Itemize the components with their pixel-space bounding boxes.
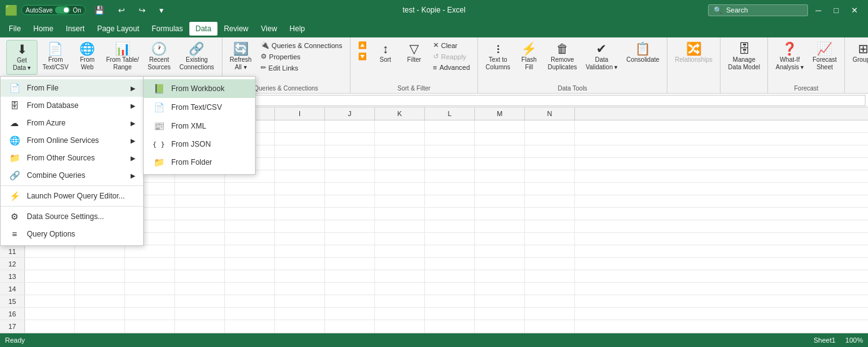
spreadsheet-cell[interactable] [225, 245, 275, 258]
spreadsheet-cell[interactable] [475, 258, 525, 270]
menu-item-from-file[interactable]: 📄 From File ▶ [1, 79, 143, 97]
spreadsheet-cell[interactable] [175, 295, 225, 308]
spreadsheet-cell[interactable] [275, 220, 325, 233]
from-web-button[interactable]: 🌐 FromWeb [74, 40, 101, 74]
spreadsheet-cell[interactable] [525, 233, 575, 245]
spreadsheet-cell[interactable] [375, 233, 425, 245]
spreadsheet-cell[interactable] [375, 195, 425, 208]
spreadsheet-cell[interactable] [125, 320, 175, 333]
spreadsheet-cell[interactable] [375, 133, 425, 145]
spreadsheet-cell[interactable] [475, 220, 525, 233]
from-text-csv-button[interactable]: 📄 FromText/CSV [39, 40, 72, 74]
spreadsheet-cell[interactable] [275, 233, 325, 245]
spreadsheet-cell[interactable] [475, 208, 525, 220]
spreadsheet-cell[interactable] [325, 208, 375, 220]
spreadsheet-cell[interactable] [375, 145, 425, 158]
spreadsheet-cell[interactable] [475, 133, 525, 145]
submenu-item-from-workbook[interactable]: 📗 From Workbook [144, 79, 255, 98]
col-header-m[interactable]: M [475, 107, 525, 120]
spreadsheet-cell[interactable] [225, 208, 275, 220]
spreadsheet-cell[interactable] [525, 308, 575, 320]
reapply-button[interactable]: ↺ Reapply [429, 51, 474, 62]
col-header-n[interactable]: N [525, 107, 575, 120]
spreadsheet-cell[interactable] [225, 195, 275, 208]
spreadsheet-cell[interactable] [525, 170, 575, 183]
spreadsheet-cell[interactable] [275, 195, 325, 208]
customize-quick-access[interactable]: ▾ [154, 6, 169, 15]
spreadsheet-cell[interactable] [475, 245, 525, 258]
remove-duplicates-button[interactable]: 🗑 RemoveDuplicates [544, 40, 581, 74]
submenu-item-from-json[interactable]: { } From JSON [144, 135, 255, 153]
spreadsheet-cell[interactable] [375, 208, 425, 220]
autosave-toggle[interactable] [55, 6, 70, 14]
spreadsheet-cell[interactable] [525, 158, 575, 170]
flash-fill-button[interactable]: ⚡ FlashFill [516, 40, 543, 74]
menu-view[interactable]: View [255, 22, 284, 36]
spreadsheet-cell[interactable] [25, 308, 75, 320]
menu-review[interactable]: Review [217, 22, 254, 36]
spreadsheet-cell[interactable] [325, 120, 375, 133]
spreadsheet-cell[interactable] [425, 220, 475, 233]
spreadsheet-cell[interactable] [475, 183, 525, 195]
spreadsheet-cell[interactable] [325, 245, 375, 258]
menu-item-combine-queries[interactable]: 🔗 Combine Queries ▶ [1, 167, 143, 184]
sort-button[interactable]: ↕ Sort [372, 40, 399, 66]
menu-item-from-other-sources[interactable]: 📁 From Other Sources ▶ [1, 149, 143, 167]
spreadsheet-cell[interactable] [425, 320, 475, 333]
spreadsheet-cell[interactable] [525, 270, 575, 283]
submenu-item-from-text-csv[interactable]: 📄 From Text/CSV [144, 98, 255, 117]
spreadsheet-cell[interactable] [475, 120, 525, 133]
spreadsheet-cell[interactable] [325, 183, 375, 195]
spreadsheet-cell[interactable] [375, 258, 425, 270]
spreadsheet-cell[interactable] [75, 320, 125, 333]
menu-data[interactable]: Data [189, 22, 217, 36]
spreadsheet-cell[interactable] [325, 220, 375, 233]
spreadsheet-cell[interactable] [525, 195, 575, 208]
edit-links-button[interactable]: ✏ Edit Links [257, 62, 346, 73]
spreadsheet-cell[interactable] [325, 145, 375, 158]
spreadsheet-cell[interactable] [225, 308, 275, 320]
spreadsheet-cell[interactable] [375, 308, 425, 320]
spreadsheet-cell[interactable] [175, 308, 225, 320]
spreadsheet-cell[interactable] [375, 283, 425, 295]
spreadsheet-cell[interactable] [425, 183, 475, 195]
recent-sources-button[interactable]: 🕐 RecentSources [144, 40, 174, 74]
spreadsheet-cell[interactable] [475, 283, 525, 295]
menu-home[interactable]: Home [27, 22, 59, 36]
spreadsheet-cell[interactable] [175, 195, 225, 208]
menu-item-launch-power-query[interactable]: ⚡ Launch Power Query Editor... [1, 187, 143, 205]
spreadsheet-cell[interactable] [425, 120, 475, 133]
spreadsheet-cell[interactable] [325, 195, 375, 208]
spreadsheet-cell[interactable] [75, 295, 125, 308]
autosave-badge[interactable]: AutoSave On [21, 5, 86, 15]
spreadsheet-cell[interactable] [275, 183, 325, 195]
spreadsheet-cell[interactable] [425, 283, 475, 295]
spreadsheet-cell[interactable] [375, 170, 425, 183]
advanced-button[interactable]: ≡ Advanced [429, 62, 474, 72]
spreadsheet-cell[interactable] [275, 120, 325, 133]
spreadsheet-cell[interactable] [275, 158, 325, 170]
spreadsheet-cell[interactable] [375, 183, 425, 195]
spreadsheet-cell[interactable] [75, 258, 125, 270]
spreadsheet-cell[interactable] [175, 258, 225, 270]
spreadsheet-cell[interactable] [175, 208, 225, 220]
spreadsheet-cell[interactable] [225, 183, 275, 195]
spreadsheet-cell[interactable] [375, 158, 425, 170]
spreadsheet-cell[interactable] [25, 320, 75, 333]
col-header-l[interactable]: L [425, 107, 475, 120]
spreadsheet-cell[interactable] [225, 220, 275, 233]
menu-item-from-database[interactable]: 🗄 From Database ▶ [1, 97, 143, 114]
spreadsheet-cell[interactable] [525, 120, 575, 133]
menu-insert[interactable]: Insert [59, 22, 91, 36]
spreadsheet-cell[interactable] [425, 208, 475, 220]
spreadsheet-cell[interactable] [475, 158, 525, 170]
spreadsheet-cell[interactable] [275, 270, 325, 283]
spreadsheet-cell[interactable] [525, 245, 575, 258]
spreadsheet-cell[interactable] [325, 270, 375, 283]
close-button[interactable]: ✕ [846, 4, 863, 16]
sheet-tab[interactable]: Sheet1 [814, 336, 836, 344]
manage-data-model-button[interactable]: 🗄 ManageData Model [724, 40, 764, 74]
undo-button[interactable]: ↩ [113, 6, 130, 15]
menu-item-data-source-settings[interactable]: ⚙ Data Source Settings... [1, 208, 143, 225]
col-header-k[interactable]: K [375, 107, 425, 120]
